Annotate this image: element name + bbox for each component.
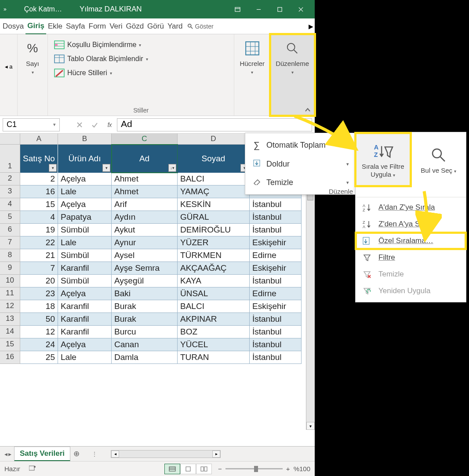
row-header[interactable]: 4 <box>0 198 20 211</box>
tab-data[interactable]: Veri <box>108 19 124 34</box>
filter-icon[interactable]: ▾ <box>49 164 57 172</box>
cell[interactable]: Açelya <box>58 338 112 351</box>
cell[interactable]: 4 <box>20 211 58 224</box>
cell[interactable]: Burak <box>112 300 178 313</box>
cell[interactable]: Eskişehir <box>250 300 302 313</box>
sort-z-to-a[interactable]: ZA Z'den A'ya Sırala <box>356 216 466 233</box>
row-header[interactable]: 9 <box>0 262 20 275</box>
row-header[interactable]: 10 <box>0 275 20 287</box>
tab-home[interactable]: Giriş <box>25 18 46 34</box>
cell[interactable]: KESKİN <box>178 198 250 211</box>
cell[interactable]: AKPINAR <box>178 313 250 326</box>
qat-arrow-icon[interactable]: » <box>4 6 7 12</box>
cell[interactable]: DEMİROĞLU <box>178 224 250 236</box>
cell[interactable]: ÜNSAL <box>178 287 250 300</box>
cell[interactable]: Burcu <box>112 326 178 338</box>
cell[interactable]: 24 <box>20 338 58 351</box>
cell[interactable]: 12 <box>20 326 58 338</box>
cell[interactable]: Papatya <box>58 211 112 224</box>
align-group-partial[interactable]: ◂ a <box>5 63 13 70</box>
table-header-satisno[interactable]: Satış No ▾ <box>20 145 58 173</box>
tab-insert[interactable]: Ekle <box>46 19 64 34</box>
cells-button[interactable]: Hücreler ▾ <box>237 37 267 77</box>
cell[interactable]: 2 <box>20 173 58 185</box>
cell-styles-button[interactable]: Hücre Stilleri ▾ <box>54 69 112 77</box>
cell[interactable]: Sümbül <box>58 249 112 262</box>
tab-page-layout[interactable]: Sayfa <box>64 19 87 34</box>
cell[interactable]: 15 <box>20 198 58 211</box>
cell[interactable]: İstanbul <box>250 275 302 287</box>
cancel-formula-button[interactable] <box>72 118 87 131</box>
cell[interactable]: BALCI <box>178 173 250 185</box>
cell[interactable]: 20 <box>20 275 58 287</box>
find-select-button[interactable]: Bul ve Seç ▾ <box>411 133 466 186</box>
number-format-button[interactable]: % Sayı ▾ <box>20 37 45 77</box>
tab-view[interactable]: Görü <box>145 19 166 34</box>
cell[interactable]: Aykut <box>112 224 178 236</box>
cell[interactable]: YAMAÇ <box>178 185 250 198</box>
table-header-urunadi[interactable]: Ürün Adı ▾ <box>58 145 112 173</box>
collapse-ribbon-button[interactable] <box>302 106 313 114</box>
cell[interactable]: İstanbul <box>250 351 302 364</box>
cell[interactable]: YÜCEL <box>178 338 250 351</box>
cell[interactable]: Açelya <box>58 198 112 211</box>
row-header[interactable]: 13 <box>0 313 20 326</box>
row-header-1[interactable]: 1 <box>0 145 20 173</box>
cell[interactable]: Lale <box>58 236 112 249</box>
cell[interactable]: Ayşe Semra <box>112 262 178 275</box>
clear-filter[interactable]: Temizle <box>356 266 466 283</box>
cell[interactable]: GÜRAL <box>178 211 250 224</box>
fill-button[interactable]: Doldur ▾ <box>245 155 355 174</box>
cell[interactable]: 23 <box>20 287 58 300</box>
table-header-soyad[interactable]: Soyad ▾ <box>178 145 250 173</box>
sheet-tab-active[interactable]: Satış Verileri <box>14 447 70 461</box>
table-header-ad[interactable]: Ad ↓▾ <box>112 145 178 173</box>
filter-icon[interactable]: ▾ <box>102 164 110 172</box>
cell[interactable]: Edirne <box>250 287 302 300</box>
cell[interactable]: Edirne <box>250 249 302 262</box>
add-sheet-button[interactable]: ⊕ <box>70 448 83 460</box>
col-header-A[interactable]: A <box>20 134 58 145</box>
cell[interactable]: Karanfil <box>58 313 112 326</box>
row-header[interactable]: 14 <box>0 326 20 338</box>
cell[interactable]: Ahmet <box>112 173 178 185</box>
sort-filter-button[interactable]: A Z Sırala ve Filtre Uygula ▾ <box>356 133 411 186</box>
enter-formula-button[interactable] <box>87 118 102 131</box>
tab-formulas[interactable]: Form <box>87 19 108 34</box>
cell[interactable]: Burak <box>112 313 178 326</box>
cell[interactable]: İstanbul <box>250 211 302 224</box>
sort-a-to-z[interactable]: AZ A'dan Z'ye Sırala <box>356 199 466 216</box>
formula-input[interactable]: Ad <box>117 118 312 131</box>
row-header[interactable]: 12 <box>0 300 20 313</box>
row-header[interactable]: 3 <box>0 185 20 198</box>
cell[interactable]: Lale <box>58 351 112 364</box>
cell[interactable]: Lale <box>58 185 112 198</box>
scroll-down-button[interactable]: ▾ <box>306 422 315 430</box>
name-box[interactable]: C1▾ <box>3 118 60 131</box>
row-header[interactable]: 16 <box>0 351 20 364</box>
tell-me-search[interactable]: Göster <box>187 23 214 30</box>
normal-view-button[interactable] <box>164 464 180 474</box>
cell[interactable]: YÜZER <box>178 236 250 249</box>
cell[interactable]: İstanbul <box>250 338 302 351</box>
minimize-button[interactable] <box>248 2 269 16</box>
cell[interactable]: 25 <box>20 351 58 364</box>
cell[interactable]: Ahmet <box>112 185 178 198</box>
ribbon-scroll-right[interactable]: ▶ <box>307 23 315 30</box>
user-name[interactable]: Yılmaz DALKIRAN <box>80 5 142 14</box>
cell[interactable]: TÜRKMEN <box>178 249 250 262</box>
tab-file[interactable]: Dosya <box>1 19 25 34</box>
col-header-D[interactable]: D <box>178 134 250 145</box>
cell[interactable]: Damla <box>112 351 178 364</box>
cell[interactable]: Eskişehir <box>250 262 302 275</box>
cell[interactable]: Canan <box>112 338 178 351</box>
row-header[interactable]: 7 <box>0 236 20 249</box>
cell[interactable]: BOZ <box>178 326 250 338</box>
zoom-slider[interactable] <box>225 468 283 469</box>
row-header[interactable]: 15 <box>0 338 20 351</box>
cell[interactable]: BALCI <box>178 300 250 313</box>
cell[interactable]: TURAN <box>178 351 250 364</box>
cell[interactable]: Açelya <box>58 173 112 185</box>
cell[interactable]: Eskişehir <box>250 236 302 249</box>
cell[interactable]: Ayşegül <box>112 275 178 287</box>
